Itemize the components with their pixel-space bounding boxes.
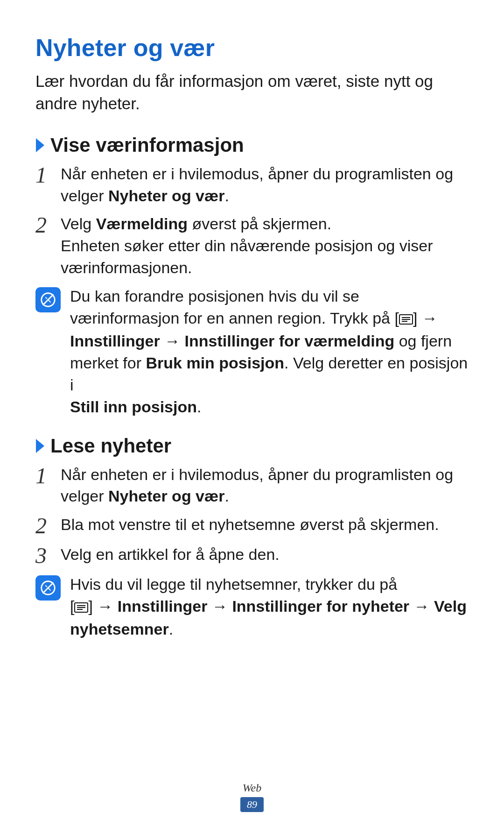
section-heading-label: Lese nyheter xyxy=(50,435,171,457)
step-number: 3 xyxy=(35,544,61,567)
section-heading-news: Lese nyheter xyxy=(35,435,469,457)
step-body: Velg Værmelding øverst på skjermen. Enhe… xyxy=(61,213,469,279)
menu-icon xyxy=(399,308,413,330)
step-number: 2 xyxy=(35,213,61,236)
note-body: Hvis du vil legge til nyhetsemner, trykk… xyxy=(63,573,469,640)
step-body: Når enheten er i hvilemodus, åpner du pr… xyxy=(61,163,469,207)
step-body: Velg en artikkel for å åpne den. xyxy=(61,544,280,565)
step-1: 1 Når enheten er i hvilemodus, åpner du … xyxy=(35,163,469,207)
page-footer: Web 89 xyxy=(0,782,504,812)
note-body: Du kan forandre posisjonen hvis du vil s… xyxy=(63,285,469,417)
section-heading-weather: Vise værinformasjon xyxy=(35,134,469,156)
step-number: 2 xyxy=(35,514,61,537)
intro-text: Lær hvordan du får informasjon om været,… xyxy=(35,70,469,115)
footer-page-number: 89 xyxy=(240,797,264,812)
svg-marker-0 xyxy=(36,138,44,152)
manual-page: Nyheter og vær Lær hvordan du får inform… xyxy=(0,0,504,827)
step-2: 2 Bla mot venstre til et nyhetsemne øver… xyxy=(35,514,469,537)
footer-category: Web xyxy=(0,782,504,794)
step-3: 3 Velg en artikkel for å åpne den. xyxy=(35,544,469,567)
step-number: 1 xyxy=(35,163,61,186)
step-body: Bla mot venstre til et nyhetsemne øverst… xyxy=(61,514,439,536)
step-2: 2 Velg Værmelding øverst på skjermen. En… xyxy=(35,213,469,279)
note-box: Du kan forandre posisjonen hvis du vil s… xyxy=(35,285,469,417)
note-box: Hvis du vil legge til nyhetsemner, trykk… xyxy=(35,573,469,640)
page-title: Nyheter og vær xyxy=(35,34,469,62)
chevron-right-icon xyxy=(35,439,46,453)
section-heading-label: Vise værinformasjon xyxy=(50,134,244,156)
chevron-right-icon xyxy=(35,138,46,152)
step-1: 1 Når enheten er i hvilemodus, åpner du … xyxy=(35,464,469,508)
note-icon xyxy=(35,287,61,312)
note-icon xyxy=(35,575,61,601)
menu-icon xyxy=(74,596,88,618)
step-number: 1 xyxy=(35,464,61,487)
step-body: Når enheten er i hvilemodus, åpner du pr… xyxy=(61,464,469,508)
svg-marker-7 xyxy=(36,439,44,453)
